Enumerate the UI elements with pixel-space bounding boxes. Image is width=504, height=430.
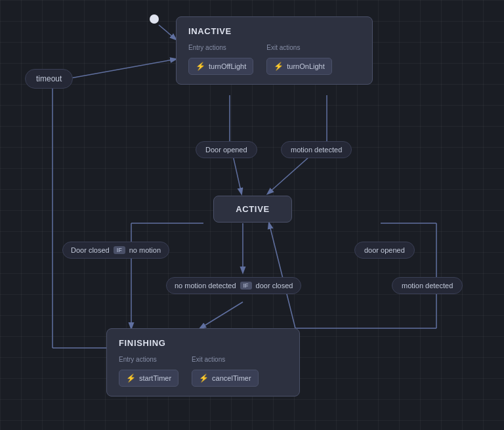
if-badge-1: IF [114, 246, 125, 254]
inactive-exit-label: Exit actions [266, 44, 331, 51]
door-opened-transition-2: door opened [354, 242, 415, 259]
timeout-label: timeout [25, 69, 73, 89]
bolt-icon-2: ⚡ [274, 62, 284, 71]
motion-detected-transition-2: motion detected [392, 277, 463, 294]
inactive-entry-label: Entry actions [188, 44, 253, 51]
bolt-icon-4: ⚡ [199, 374, 209, 383]
svg-line-8 [200, 302, 243, 328]
active-title: ACTIVE [227, 204, 278, 214]
finishing-title: FINISHING [119, 338, 287, 348]
finishing-state: FINISHING Entry actions ⚡ startTimer Exi… [106, 328, 300, 397]
initial-state-dot [150, 14, 159, 24]
door-opened-transition-1: Door opened [196, 141, 257, 158]
door-closed-condition: Door closed IF no motion [62, 242, 169, 259]
bolt-icon-3: ⚡ [126, 374, 136, 383]
svg-line-12 [269, 223, 295, 328]
active-state: ACTIVE [213, 196, 292, 223]
no-motion-condition: no motion detected IF door closed [166, 277, 301, 294]
inactive-exit-action[interactable]: ⚡ turnOnLight [266, 58, 331, 75]
motion-detected-transition-1: motion detected [281, 141, 352, 158]
finishing-entry-action[interactable]: ⚡ startTimer [119, 370, 178, 387]
inactive-entry-action[interactable]: ⚡ turnOffLight [188, 58, 253, 75]
bolt-icon-1: ⚡ [196, 62, 205, 71]
svg-line-0 [159, 25, 176, 39]
finishing-exit-label: Exit actions [192, 356, 259, 363]
inactive-state: INACTIVE Entry actions ⚡ turnOffLight Ex… [176, 16, 373, 85]
finishing-exit-action[interactable]: ⚡ cancelTimer [192, 370, 259, 387]
inactive-title: INACTIVE [188, 26, 360, 36]
if-badge-2: IF [240, 282, 252, 290]
finishing-entry-label: Entry actions [119, 356, 178, 363]
